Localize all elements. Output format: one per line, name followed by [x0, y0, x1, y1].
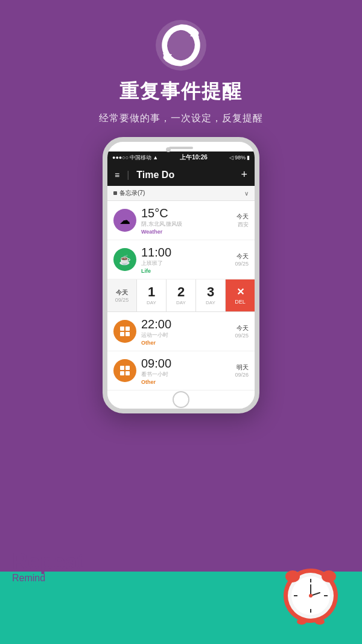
weather-icon: ☁ — [113, 209, 136, 232]
item-category: Weather — [141, 229, 232, 235]
phone-speaker — [169, 147, 193, 149]
item-description: 看书一小时 — [141, 371, 230, 378]
other-icon-1 — [113, 320, 136, 343]
section-title: 备忘录(7) — [113, 189, 145, 197]
item-date: 09/25 — [235, 261, 249, 267]
status-left: ●●●○○ 中国移动 ▲ — [112, 154, 158, 162]
item-time: 09:00 — [141, 356, 230, 371]
status-right: ◁ 98% ▮ — [229, 155, 250, 161]
delete-label: DEL — [235, 299, 246, 305]
svg-rect-8 — [125, 366, 130, 370]
day-label: DAY — [206, 300, 215, 305]
list-item[interactable]: 22:00 运动一小时 Other 今天 09/25 — [107, 312, 255, 351]
coffee-icon: ☕ — [119, 254, 131, 266]
phone-camera — [166, 147, 171, 152]
life-icon: ☕ — [113, 248, 136, 271]
bottom-text: Repeat Remind — [12, 551, 84, 584]
item-category: Other — [141, 340, 230, 346]
item-date: 09/26 — [235, 372, 249, 378]
wifi-icon: ▲ — [153, 155, 158, 161]
repeat-label: Repeat — [12, 551, 84, 573]
chevron-down-icon[interactable]: ∨ — [244, 190, 249, 197]
phone-top-bar — [107, 142, 255, 151]
header-divider: | — [127, 170, 129, 180]
item-content: 09:00 看书一小时 Other — [136, 356, 235, 385]
day-3-cell[interactable]: 3 DAY — [196, 279, 226, 311]
svg-rect-10 — [125, 371, 130, 375]
date-label: 今天 — [237, 212, 249, 221]
svg-point-23 — [297, 619, 306, 625]
svg-point-22 — [322, 570, 336, 582]
svg-rect-9 — [120, 371, 124, 375]
add-icon[interactable]: + — [241, 168, 247, 181]
svg-point-24 — [315, 619, 325, 625]
grid-icon — [119, 325, 131, 337]
svg-rect-5 — [120, 332, 124, 336]
item-content: 11:00 上班班了 Life — [136, 245, 235, 274]
phone-mockup: ●●●○○ 中国移动 ▲ 上午10:26 ◁ 98% ▮ ≡ | Time Do… — [103, 137, 259, 413]
location-icon: ◁ — [229, 155, 233, 161]
day-number: 2 — [177, 285, 185, 299]
item-date: 西安 — [237, 221, 249, 229]
other-icon-2 — [113, 359, 136, 382]
day-label: DAY — [176, 300, 186, 305]
date-label: 明天 — [235, 363, 249, 372]
section-header[interactable]: 备忘录(7) ∨ — [107, 186, 255, 201]
battery-icon: ▮ — [247, 155, 250, 161]
list-item[interactable]: 09:00 看书一小时 Other 明天 09/26 — [107, 351, 255, 391]
svg-rect-6 — [125, 332, 130, 336]
item-category: Other — [141, 379, 230, 385]
bottom-section: Repeat Remind — [0, 523, 362, 644]
section-dot — [113, 191, 117, 195]
sync-icon — [154, 18, 208, 72]
today-label: 今天 — [116, 289, 128, 297]
app-title: Time Do — [136, 170, 174, 180]
item-right: 今天 西安 — [237, 212, 249, 229]
item-content: 22:00 运动一小时 Other — [136, 317, 235, 346]
signal-dots: ●●●○○ — [112, 155, 129, 161]
item-time: 22:00 — [141, 317, 230, 331]
home-button[interactable] — [173, 391, 189, 408]
svg-point-21 — [285, 570, 300, 582]
item-time: 15°C — [141, 206, 232, 220]
alarm-clock-decoration — [272, 553, 350, 632]
today-date: 09/25 — [115, 297, 129, 303]
item-time: 11:00 — [141, 245, 230, 260]
item-description: 阴,东北风,微风级 — [141, 220, 232, 228]
svg-rect-3 — [120, 327, 124, 331]
battery: 98% — [235, 155, 246, 161]
day-number: 1 — [148, 285, 155, 299]
item-right: 今天 09/25 — [235, 324, 249, 339]
menu-icon[interactable]: ≡ — [115, 170, 119, 180]
today-cell: 今天 09/25 — [107, 279, 137, 311]
sub-title: 经常要做的事，一次设定，反复提醒 — [99, 112, 263, 125]
app-header: ≡ | Time Do + — [107, 164, 255, 186]
phone-wrapper: ●●●○○ 中国移动 ▲ 上午10:26 ◁ 98% ▮ ≡ | Time Do… — [0, 137, 362, 413]
svg-rect-7 — [120, 366, 124, 370]
day-label: DAY — [147, 300, 156, 305]
date-label: 今天 — [235, 324, 249, 333]
phone-bottom — [107, 391, 255, 409]
status-bar: ●●●○○ 中国移动 ▲ 上午10:26 ◁ 98% ▮ — [107, 151, 255, 164]
list-item[interactable]: ☕ 11:00 上班班了 Life 今天 09/25 — [107, 240, 255, 279]
top-section: 重复事件提醒 经常要做的事，一次设定，反复提醒 — [0, 0, 362, 125]
item-description: 上班班了 — [141, 260, 230, 267]
main-title: 重复事件提醒 — [119, 78, 243, 105]
item-right: 明天 09/26 — [235, 363, 249, 378]
delete-cell[interactable]: ✕ DEL — [226, 279, 255, 311]
section-label: 备忘录(7) — [119, 189, 145, 197]
svg-point-20 — [309, 594, 313, 598]
status-time: 上午10:26 — [180, 153, 208, 162]
swipe-row: 今天 09/25 1 DAY 2 DAY 3 DAY ✕ DEL — [107, 279, 255, 312]
carrier: 中国移动 — [130, 154, 151, 162]
day-1-cell[interactable]: 1 DAY — [137, 279, 167, 311]
grid-icon — [119, 365, 131, 377]
delete-x-icon: ✕ — [237, 286, 244, 298]
remind-label: Remind — [12, 573, 84, 584]
cloud-icon: ☁ — [119, 214, 130, 227]
list-item[interactable]: ☁ 15°C 阴,东北风,微风级 Weather 今天 西安 — [107, 201, 255, 240]
item-category: Life — [141, 268, 230, 274]
item-content: 15°C 阴,东北风,微风级 Weather — [136, 206, 237, 235]
day-2-cell[interactable]: 2 DAY — [167, 279, 196, 311]
date-label: 今天 — [235, 252, 249, 261]
